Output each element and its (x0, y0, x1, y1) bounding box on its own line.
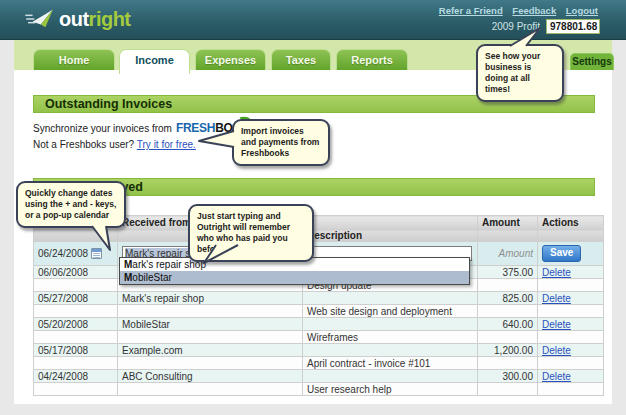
entry-date: 05/17/2008 (34, 344, 118, 357)
tab-settings[interactable]: Settings (570, 53, 614, 70)
entry-description: Wireframes (303, 331, 478, 344)
entry-description: Web site design and deployment (303, 305, 478, 318)
entry-date: 05/20/2008 (34, 318, 118, 331)
profit-value-box: 978801.68 (546, 19, 600, 34)
not-user-text: Not a Freshboks user? (33, 139, 134, 150)
refer-a-friend-link[interactable]: Refer a Friend (439, 5, 503, 16)
col-header-description: Description (303, 230, 478, 242)
callout-tail (500, 26, 548, 48)
table-row-description: Web site design and deployment (34, 305, 604, 318)
tab-income[interactable]: Income (119, 49, 190, 74)
not-a-user-line: Not a Freshboks user? Try it for free. (33, 139, 196, 150)
try-for-free-link[interactable]: Try it for free. (137, 139, 196, 150)
tab-home[interactable]: Home (33, 49, 115, 70)
callout-dates: Quickly change dates using the + and - k… (16, 181, 126, 228)
autocomplete-option-selected[interactable]: MobileStar (120, 271, 469, 284)
logo-wordmark: outright (59, 7, 131, 31)
entry-name: ABC Consulting (118, 370, 303, 383)
entry-name: MobileStar (118, 318, 303, 331)
col-header-actions: Actions (538, 216, 604, 230)
new-entry-date-field[interactable]: 06/24/2008 (38, 248, 88, 259)
table-row-description: April contract - invoice #101 (34, 357, 604, 370)
callout-tail (196, 242, 240, 270)
callout-freshbooks: Import invoices and payments from Freshb… (232, 119, 330, 166)
col-header-spacer (303, 216, 478, 230)
table-row-description: Wireframes (34, 331, 604, 344)
amount-input[interactable]: Amount (499, 248, 533, 259)
entry-description: User research help (303, 383, 478, 396)
tab-taxes[interactable]: Taxes (271, 49, 331, 70)
callout-tail (194, 126, 238, 152)
entry-amount: 825.00 (478, 292, 538, 305)
paper-airplane-icon (24, 8, 54, 30)
delete-link[interactable]: Delete (542, 371, 571, 382)
entry-date: 06/06/2008 (34, 266, 118, 279)
entry-amount: 1,200.00 (478, 344, 538, 357)
tab-expenses[interactable]: Expenses (195, 49, 266, 70)
entry-name: Example.com (118, 344, 303, 357)
entry-date: 04/24/2008 (34, 370, 118, 383)
entry-amount: 375.00 (478, 266, 538, 279)
table-row: 05/20/2008 MobileStar 640.00 Delete (34, 318, 604, 331)
entry-date: 05/27/2008 (34, 292, 118, 305)
table-row-description: User research help (34, 383, 604, 396)
logout-link[interactable]: Logout (566, 5, 598, 16)
entry-description: April contract - invoice #101 (303, 357, 478, 370)
feedback-link[interactable]: Feedback (512, 5, 556, 16)
utility-links: Refer a Friend Feedback Logout (432, 5, 598, 16)
delete-link[interactable]: Delete (542, 267, 571, 278)
col-header-amount: Amount (478, 216, 538, 230)
outright-logo: outright (24, 7, 131, 31)
entry-name: Mark's repair shop (118, 292, 303, 305)
delete-link[interactable]: Delete (542, 293, 571, 304)
save-button[interactable]: Save (542, 245, 581, 262)
table-row: 04/24/2008 ABC Consulting 300.00 Delete (34, 370, 604, 383)
tab-reports[interactable]: Reports (336, 49, 408, 70)
sync-prefix-text: Synchronize your invoices from (33, 123, 172, 134)
entry-amount: 300.00 (478, 370, 538, 383)
table-row: 05/27/2008 Mark's repair shop 825.00 Del… (34, 292, 604, 305)
callout-tail (84, 223, 120, 253)
delete-link[interactable]: Delete (542, 319, 571, 330)
entry-amount: 640.00 (478, 318, 538, 331)
table-row: 05/17/2008 Example.com 1,200.00 Delete (34, 344, 604, 357)
callout-profit: See how your business is doing at all ti… (476, 44, 564, 102)
delete-link[interactable]: Delete (542, 345, 571, 356)
